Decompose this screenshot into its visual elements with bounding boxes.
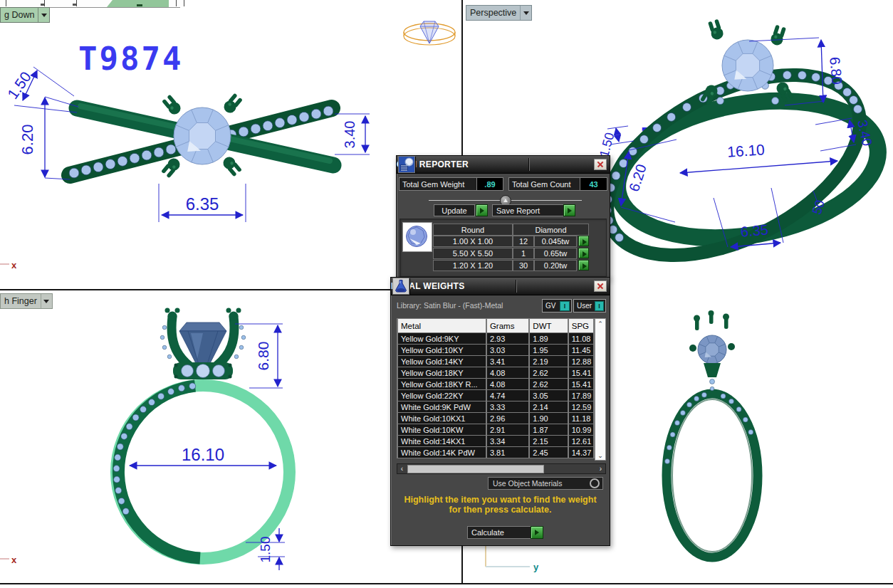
gem-row-size[interactable]: 1.00 X 1.00: [433, 236, 513, 247]
table-row[interactable]: Yellow Gold:18KY R...4.082.6215.41: [398, 379, 593, 389]
gem-row-go-button[interactable]: [578, 248, 589, 258]
dim-6-80: 6.80: [255, 342, 271, 371]
gem-reporter-icon: [398, 156, 415, 173]
gem-table-inset: Round Diamond 1.00 X 1.00 12 0.045tw 5.5…: [400, 219, 607, 277]
ring-side-view: [665, 310, 758, 557]
total-gem-weight-label: Total Gem Weight: [399, 177, 479, 191]
scroll-right-icon[interactable]: ›: [596, 464, 605, 473]
table-row[interactable]: White Gold:14K PdW3.812.4514.37: [398, 447, 593, 458]
calculate-go-button[interactable]: [531, 526, 543, 539]
table-horizontal-scrollbar[interactable]: ‹ ›: [397, 463, 606, 474]
table-row[interactable]: Yellow Gold:10KY3.031.9511.45: [398, 345, 593, 355]
table-row[interactable]: Yellow Gold:14KY3.412.1912.88: [398, 356, 593, 367]
dim-6-35: 6.35: [186, 194, 219, 214]
col-metal: Metal: [398, 319, 486, 332]
total-gem-weight-value: .89: [476, 177, 503, 191]
dim-1-50: 1.50: [258, 537, 273, 563]
gem-reporter-body: Total Gem Weight .89 Total Gem Count 43 …: [397, 174, 610, 279]
metal-weights-icon: [392, 278, 409, 295]
metal-weights-table: Metal Grams DWT SPG Yellow Gold:9KY2.931…: [397, 318, 595, 458]
table-row[interactable]: Yellow Gold:18KY4.082.6215.41: [398, 367, 593, 378]
table-row[interactable]: White Gold:10KX12.961.9011.18: [398, 413, 593, 424]
center-stone: [174, 107, 231, 164]
gem-column-type-header: Diamond: [513, 224, 589, 236]
view-tab-strip[interactable]: [0, 0, 185, 7]
gem-row-count[interactable]: 30: [513, 260, 534, 271]
col-dwt: DWT: [530, 319, 567, 332]
col-grams: Grams: [487, 319, 528, 332]
update-button[interactable]: Update: [434, 204, 475, 216]
active-view-tab[interactable]: [107, 0, 169, 7]
gv-indicator-icon: I: [560, 301, 570, 311]
gem-thumbnail[interactable]: [402, 222, 432, 252]
view-dropdown-label: h Finger: [1, 296, 41, 306]
calculate-button[interactable]: Calculate: [467, 526, 533, 539]
ring-head: [160, 308, 246, 380]
center-stone: [722, 40, 773, 91]
gem-row-go-button[interactable]: [578, 260, 589, 271]
center-stone-crown: [179, 322, 226, 331]
view-dropdown-label: g Down: [1, 10, 38, 20]
x-axis-label: x: [11, 555, 17, 565]
model-number-label: T9874: [78, 41, 183, 77]
viewport-canvas-looking-down[interactable]: T9874 1.50 6.20 3.40 6.35: [0, 0, 461, 289]
user-indicator-icon: I: [595, 301, 604, 311]
dim-16-10: 16.10: [182, 445, 224, 464]
gem-row-count[interactable]: 12: [513, 236, 534, 247]
ring-shank-dark: [118, 386, 200, 558]
table-row[interactable]: White Gold:14KX13.342.1512.61: [398, 436, 593, 446]
dim-3-40: 3.40: [342, 121, 357, 149]
metal-weights-titlebar[interactable]: METAL WEIGHTS: [391, 278, 610, 295]
table-vertical-scrollbar[interactable]: ⌃ ⌄: [595, 318, 606, 461]
save-report-go-button[interactable]: [563, 204, 575, 216]
use-object-materials-button[interactable]: Use Object Materials: [488, 477, 603, 490]
gem-row-weight[interactable]: 0.65tw: [534, 248, 577, 259]
scrollbar-thumb[interactable]: [407, 465, 544, 473]
gem-row-size[interactable]: 5.50 X 5.50: [433, 248, 513, 259]
gem-reporter-panel: GEM REPORTER Total Gem Weight .89 Total …: [396, 155, 610, 279]
view-dropdown-perspective[interactable]: Perspective: [466, 5, 532, 21]
metal-weights-panel: METAL WEIGHTS Library: Satin Blur - (Fas…: [390, 277, 610, 546]
y-axis-label: y: [533, 562, 539, 572]
view-dropdown-looking-down[interactable]: g Down: [0, 7, 50, 23]
col-spg: SPG: [569, 319, 593, 332]
dim-6-20: 6.20: [19, 125, 36, 155]
x-axis-label: x: [11, 260, 17, 271]
user-button[interactable]: UserI: [573, 299, 606, 313]
close-icon[interactable]: [594, 280, 607, 292]
save-report-button[interactable]: Save Report: [492, 204, 565, 216]
chevron-down-icon[interactable]: [520, 6, 531, 20]
view-dropdown-label: Perspective: [466, 8, 520, 18]
radio-icon[interactable]: [590, 478, 600, 488]
gem-row-weight[interactable]: 0.20tw: [534, 260, 577, 271]
gem-row-size[interactable]: 1.20 X 1.20: [433, 260, 513, 271]
scroll-down-icon[interactable]: ⌄: [595, 451, 605, 460]
application-window: T9874 1.50 6.20 3.40 6.35: [0, 0, 893, 588]
table-row[interactable]: Yellow Gold:9KY2.931.8911.08: [398, 333, 593, 344]
dim-6-80: 6.80: [827, 56, 845, 85]
table-row[interactable]: White Gold:9K PdW3.332.1412.59: [398, 401, 593, 412]
update-go-button[interactable]: [476, 204, 488, 216]
gem-row-count[interactable]: 1: [513, 248, 534, 259]
scroll-left-icon[interactable]: ‹: [397, 464, 407, 473]
table-row[interactable]: Yellow Gold:22KY4.743.0517.89: [398, 390, 593, 401]
calculate-hint-text: Highlight the item you want to find the …: [391, 495, 610, 515]
gv-button[interactable]: GVI: [542, 299, 572, 313]
window-bottom-border: [0, 583, 893, 584]
gem-row-weight[interactable]: 0.045tw: [534, 236, 577, 247]
dim-16-10: 16.10: [726, 141, 765, 160]
dim-6-35: 6.35: [740, 221, 769, 239]
gem-row-go-button[interactable]: [578, 236, 589, 246]
close-icon[interactable]: [594, 159, 607, 170]
gem-reporter-titlebar[interactable]: GEM REPORTER: [397, 156, 610, 174]
view-dropdown-through-finger[interactable]: h Finger: [0, 293, 53, 309]
scroll-up-icon[interactable]: ⌃: [595, 319, 605, 328]
metal-weights-body: Library: Satin Blur - (Fast)-Metal GVI U…: [391, 295, 610, 546]
chevron-down-icon[interactable]: [38, 8, 49, 22]
chevron-down-icon[interactable]: [41, 294, 52, 308]
table-header-row: Metal Grams DWT SPG: [398, 319, 593, 332]
table-row[interactable]: White Gold:10KW2.911.8710.99: [398, 424, 593, 435]
total-gem-count-value: 43: [580, 177, 607, 191]
wireframe-ring-icon: [404, 21, 455, 45]
total-gem-count-label: Total Gem Count: [508, 177, 583, 191]
